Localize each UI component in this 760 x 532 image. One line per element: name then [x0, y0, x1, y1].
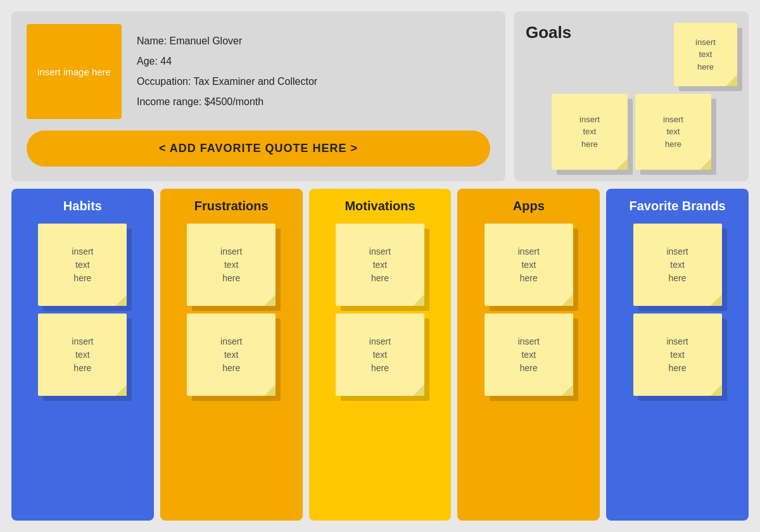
profile-info: Name: Emanuel Glover Age: 44 Occupation:… — [137, 31, 317, 112]
main-wrapper: insert image here Name: Emanuel Glover A… — [0, 0, 760, 532]
frustrations-title: Frustrations — [194, 199, 269, 213]
quote-button[interactable]: < ADD FAVORITE QUOTE HERE > — [27, 130, 490, 167]
profile-age: Age: 44 — [137, 51, 317, 72]
apps-sticky-1[interactable]: insert text here — [484, 224, 573, 306]
bottom-section: Habits insert text here insert text here… — [11, 189, 749, 521]
apps-note-2-wrapper: insert text here — [484, 314, 573, 396]
motivations-title: Motivations — [345, 199, 415, 213]
goals-sticky-3[interactable]: insert text here — [635, 94, 711, 170]
profile-name: Name: Emanuel Glover — [137, 31, 317, 51]
frustrations-column: Frustrations insert text here insert tex… — [160, 189, 303, 521]
habits-note-1-wrapper: insert text here — [38, 224, 127, 306]
goals-note-2-wrapper: insert text here — [552, 94, 628, 170]
motivations-note-1-wrapper: insert text here — [336, 224, 424, 306]
goals-notes-bottom: insert text here insert text here — [526, 94, 737, 170]
profile-occupation: Occupation: Tax Examiner and Collector — [137, 72, 317, 92]
goals-title: Goals — [526, 23, 571, 42]
apps-column: Apps insert text here insert text here — [457, 189, 600, 521]
brands-note-1-wrapper: insert text here — [633, 224, 722, 306]
frustrations-sticky-2[interactable]: insert text here — [187, 314, 276, 396]
habits-sticky-2[interactable]: insert text here — [38, 314, 127, 396]
profile-income: Income range: $4500/month — [137, 92, 317, 112]
habits-note-2-wrapper: insert text here — [38, 314, 127, 396]
goals-note-top: insert text here — [674, 23, 737, 86]
apps-sticky-2[interactable]: insert text here — [484, 314, 573, 396]
brands-column: Favorite Brands insert text here insert … — [606, 189, 749, 521]
top-section: insert image here Name: Emanuel Glover A… — [11, 11, 749, 181]
frustrations-note-2-wrapper: insert text here — [187, 314, 276, 396]
frustrations-sticky-1[interactable]: insert text here — [187, 224, 276, 306]
goals-note-3-wrapper: insert text here — [635, 94, 711, 170]
motivations-sticky-2[interactable]: insert text here — [336, 314, 424, 396]
habits-title: Habits — [63, 199, 102, 213]
motivations-sticky-1[interactable]: insert text here — [336, 224, 424, 306]
motivations-note-2-wrapper: insert text here — [336, 314, 424, 396]
goals-sticky-1[interactable]: insert text here — [674, 23, 737, 86]
brands-note-2-wrapper: insert text here — [633, 314, 722, 396]
brands-title: Favorite Brands — [629, 199, 725, 213]
profile-top: insert image here Name: Emanuel Glover A… — [27, 24, 490, 119]
habits-sticky-1[interactable]: insert text here — [38, 224, 127, 306]
profile-image: insert image here — [27, 24, 122, 119]
apps-note-1-wrapper: insert text here — [484, 224, 573, 306]
brands-sticky-1[interactable]: insert text here — [633, 224, 722, 306]
profile-card: insert image here Name: Emanuel Glover A… — [11, 11, 505, 181]
habits-column: Habits insert text here insert text here — [11, 189, 154, 521]
frustrations-note-1-wrapper: insert text here — [187, 224, 276, 306]
goals-sticky-2[interactable]: insert text here — [552, 94, 628, 170]
motivations-column: Motivations insert text here insert text… — [309, 189, 452, 521]
brands-sticky-2[interactable]: insert text here — [633, 314, 722, 396]
apps-title: Apps — [513, 199, 545, 213]
goals-card: Goals insert text here insert text here … — [514, 11, 749, 181]
